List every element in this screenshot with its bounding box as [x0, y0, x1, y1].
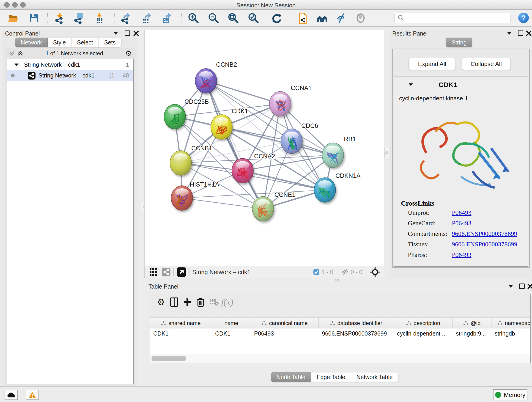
column-header-namespace[interactable]: namespace [491, 317, 531, 329]
table-options-gear-icon[interactable]: ⚙ [154, 296, 167, 308]
graphics-details-icon[interactable] [335, 12, 348, 24]
detach-view-icon[interactable] [177, 267, 186, 277]
network-node-CCNB2[interactable] [195, 69, 217, 93]
glass-effect-icon[interactable] [354, 12, 367, 24]
column-header-shared-name[interactable]: shared name [150, 317, 212, 329]
collection-expand-icon[interactable] [14, 63, 19, 66]
section-collapse-icon[interactable] [408, 83, 413, 86]
table-panel-tabs: Node Table Edge Table Network Table [271, 372, 399, 382]
collapse-all-button[interactable]: Collapse All [462, 58, 511, 70]
float-panel-icon[interactable] [113, 32, 118, 35]
float-panel-icon[interactable] [507, 32, 512, 35]
maximize-panel-icon[interactable] [518, 31, 523, 36]
network-node-CDKN1A[interactable] [314, 178, 336, 202]
network-view-string-icon[interactable] [162, 268, 171, 277]
tab-sets[interactable]: Sets [99, 38, 121, 47]
column-header--id[interactable]: @id [453, 317, 491, 329]
tab-string[interactable]: String [446, 38, 472, 47]
tab-select[interactable]: Select [71, 38, 99, 47]
table-cell[interactable]: CDK1 [212, 328, 251, 338]
save-session-icon[interactable] [27, 12, 40, 24]
tab-edge-table[interactable]: Edge Table [311, 372, 351, 382]
refresh-view-icon[interactable] [270, 12, 283, 24]
column-header-description[interactable]: description [394, 317, 453, 329]
column-header-name[interactable]: name [212, 317, 251, 329]
delete-column-trash-icon[interactable] [194, 296, 207, 308]
crosslink-value-link[interactable]: P06493 [452, 251, 472, 259]
network-node-CDK1[interactable] [211, 115, 232, 139]
network-graph[interactable]: CCNB2CCNA1CDC25BCDK1CDC6RB1CCNB1CCNA2CDK… [145, 30, 384, 266]
expand-all-networks-icon[interactable] [17, 50, 24, 57]
add-column-icon[interactable] [181, 296, 194, 308]
float-panel-icon[interactable] [508, 285, 513, 288]
import-table-icon[interactable] [93, 12, 106, 24]
warnings-button[interactable] [26, 390, 39, 400]
zoom-out-icon[interactable] [207, 12, 220, 24]
export-network-icon[interactable] [120, 12, 133, 24]
maximize-panel-icon[interactable] [519, 283, 525, 289]
tab-node-table[interactable]: Node Table [271, 372, 311, 382]
close-panel-icon[interactable] [526, 31, 532, 36]
export-table-icon[interactable] [140, 12, 153, 24]
search-input[interactable] [404, 15, 505, 21]
network-node-CCNA1[interactable] [269, 91, 291, 116]
table-cell[interactable]: cyclin-dependent ... [394, 328, 453, 338]
open-session-icon[interactable] [7, 12, 20, 24]
grid-mode-icon[interactable] [149, 268, 157, 276]
zoom-in-icon[interactable] [187, 12, 200, 24]
import-network-file-icon[interactable] [53, 12, 66, 24]
network-node-RB1[interactable] [322, 143, 344, 167]
network-node-CCNE1[interactable] [252, 196, 274, 221]
expand-all-button[interactable]: Expand All [409, 58, 456, 70]
results-splitter-grip[interactable] [385, 148, 389, 158]
table-horizontal-scrollbar[interactable] [150, 354, 530, 363]
cloud-status-button[interactable] [5, 390, 18, 400]
function-builder-icon[interactable]: f(x) [221, 296, 234, 308]
network-node-CDC25B[interactable] [164, 104, 186, 129]
memory-button[interactable]: Memory [493, 389, 527, 400]
fit-content-crosshair-icon[interactable] [370, 267, 380, 277]
selected-checkbox-icon[interactable] [313, 269, 320, 275]
node-section-header[interactable]: CDK1 [394, 78, 528, 91]
hidden-eye-slash-icon[interactable] [341, 269, 349, 275]
network-node-HIST1H1A[interactable] [171, 186, 193, 211]
crosslink-value-link[interactable]: P06493 [452, 220, 472, 227]
network-view-canvas[interactable]: CCNB2CCNA1CDC25BCDK1CDC6RB1CCNB1CCNA2CDK… [144, 30, 384, 266]
delete-table-icon[interactable] [207, 296, 221, 308]
close-panel-icon[interactable] [133, 31, 139, 36]
import-network-database-icon[interactable] [72, 12, 85, 24]
help-button[interactable]: ? [518, 13, 529, 23]
column-header-canonical-name[interactable]: canonical name [251, 317, 319, 329]
crosslink-value-link[interactable]: 9606.ENSP00000378699 [452, 230, 517, 237]
network-overview-icon[interactable] [316, 12, 329, 24]
table-cell[interactable]: 9606.ENSP00000378699 [319, 328, 394, 338]
search-icon [398, 14, 404, 21]
table-cell[interactable]: CDK1 [150, 328, 212, 338]
network-collection-row[interactable]: String Network – cdk1 1 [7, 59, 133, 70]
zoom-selected-icon[interactable] [247, 12, 260, 24]
shared-column-icon [497, 321, 502, 326]
open-session-in-browser-icon[interactable] [297, 12, 309, 24]
show-columns-icon[interactable] [167, 296, 181, 308]
export-image-icon[interactable] [160, 12, 173, 24]
network-list-options-gear-icon[interactable]: ⚙ [125, 49, 132, 58]
table-cell[interactable]: P06493 [251, 328, 319, 338]
close-panel-icon[interactable] [527, 283, 532, 289]
tab-network[interactable]: Network [15, 38, 48, 47]
crosslink-value-link[interactable]: 9606.ENSP00000378699 [452, 241, 517, 248]
maximize-panel-icon[interactable] [125, 31, 130, 36]
tab-style[interactable]: Style [48, 38, 72, 47]
network-node-CCNB1[interactable] [170, 151, 191, 175]
network-node-CDC6[interactable] [281, 129, 302, 153]
search-box[interactable] [394, 13, 510, 23]
collapse-all-networks-icon[interactable] [8, 50, 15, 57]
crosslink-value-link[interactable]: P06493 [452, 209, 472, 216]
zoom-fit-icon[interactable] [227, 12, 240, 24]
table-cell[interactable]: stringdb [491, 328, 531, 338]
table-cell[interactable]: stringdb:9... [453, 328, 491, 338]
scrollbar-thumb[interactable] [152, 356, 186, 361]
tab-network-table[interactable]: Network Table [351, 372, 399, 382]
network-node-CCNA2[interactable] [232, 158, 253, 183]
column-header-database-identifier[interactable]: database identifier [319, 317, 394, 329]
network-row-selected[interactable]: String Network – cdk1 11 48 [7, 70, 133, 81]
